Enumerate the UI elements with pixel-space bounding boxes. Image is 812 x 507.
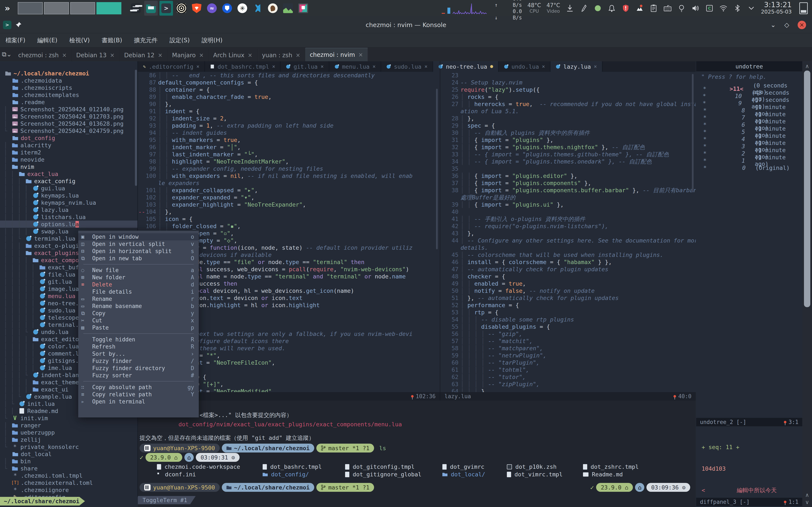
menu-item-fuzzy-finder[interactable]: Fuzzy finder/	[78, 357, 199, 364]
tree-item[interactable]: └ Screenshot_20250424_024759.png	[0, 127, 138, 134]
tree-item[interactable]: │ │ exact_lua	[0, 170, 138, 177]
buffer-tab[interactable]: undo.lua×	[499, 61, 551, 72]
listing-file[interactable]: dot_zshrc.tmpl	[583, 463, 639, 470]
toggleterm-label[interactable]: ToggleTerm #1	[138, 496, 196, 504]
gimp-icon[interactable]	[175, 1, 188, 16]
menu-item-copy-absolute-path[interactable]: ∷Copy absolute pathgy	[78, 384, 199, 391]
app-launcher-icon[interactable]: »	[0, 3, 15, 13]
tree-item[interactable]: │ │ │ │ keymaps.lua	[0, 192, 138, 199]
menubar-item-3[interactable]: 書籤(B)	[102, 36, 122, 44]
copyq-icon[interactable]: C	[705, 4, 714, 12]
menubar-item-1[interactable]: 編輯(E)	[37, 36, 57, 44]
listing-file[interactable]: dot_local/	[442, 471, 485, 477]
scrollbar-thumb[interactable]	[804, 70, 810, 307]
stylus-icon[interactable]	[579, 4, 588, 12]
tree-item[interactable]: ~/.local/share/chezmoi	[0, 70, 138, 77]
tree-item[interactable]: │ iterm2	[0, 149, 138, 156]
desktop-1[interactable]	[18, 2, 43, 14]
tree-item[interactable]: .readme	[0, 99, 138, 106]
panel-toggle-icon[interactable]	[799, 2, 808, 14]
listing-file[interactable]: dot_bashrc.tmpl	[263, 463, 322, 470]
tab-close-icon[interactable]: ×	[296, 52, 300, 58]
security-shield-icon[interactable]	[621, 4, 630, 12]
tree-item[interactable]: │ nvim	[0, 163, 138, 170]
menubar-item-6[interactable]: 說明(H)	[202, 36, 222, 44]
konsole-tab[interactable]: Debian 12×	[119, 49, 167, 61]
menu-item-sort-by-[interactable]: Sort by...›	[78, 350, 199, 357]
tree-item[interactable]: .chezmoiscripts	[0, 84, 138, 91]
menu-item-new-file[interactable]: ◌New filea	[78, 267, 199, 274]
tree-item[interactable]: dot_local	[0, 450, 138, 458]
tree-item[interactable]: │ alacritty	[0, 142, 138, 149]
menu-item-open-in-window[interactable]: ▣Open in windowo	[78, 233, 199, 240]
konsole-tab[interactable]: yuan : zsh×	[257, 49, 305, 61]
listing-file[interactable]: dot_vimrc.tmpl	[507, 471, 563, 477]
buffer-tab[interactable]: neo-tree.lua	[433, 61, 499, 72]
listing-file[interactable]: dot_p10k.zsh	[507, 463, 557, 470]
menu-item-refresh[interactable]: RefreshR	[78, 343, 199, 350]
desktop-4-active[interactable]	[96, 2, 121, 14]
desktop-3[interactable]	[70, 2, 95, 14]
zen-browser-icon[interactable]: ≈	[205, 1, 219, 16]
tree-item[interactable]: │ Screenshot_20250424_012703.png	[0, 113, 138, 120]
tree-item[interactable]: │ │ │ │ keymaps_nvim.lua	[0, 199, 138, 206]
menubar-item-0[interactable]: 檔案(F)	[5, 36, 26, 44]
tree-item[interactable]: dot_config	[0, 134, 138, 142]
tree-item[interactable]: │ neovide	[0, 156, 138, 163]
tab-close-icon[interactable]: ×	[110, 52, 115, 58]
scroll-up-icon[interactable]: ∧	[802, 63, 812, 69]
menu-item-new-folder[interactable]: ⊞New folderA	[78, 274, 199, 281]
menu-item-copy[interactable]: ⧉Copyy	[78, 310, 199, 317]
maximize-button[interactable]: ◇	[784, 21, 789, 29]
bitwarden-icon[interactable]	[220, 1, 234, 16]
menubar-item-5[interactable]: 設定(S)	[169, 36, 190, 44]
konsole-tab[interactable]: Debian 13×	[71, 49, 119, 61]
konsole-tab[interactable]: Manjaro×	[167, 49, 208, 61]
tree-item[interactable]: │ zellij	[0, 436, 138, 443]
vscode-icon[interactable]	[251, 1, 264, 16]
tab-close-icon[interactable]: ×	[158, 52, 163, 58]
konsole-tab[interactable]: chezmoi : nvim×	[305, 48, 368, 61]
listing-file[interactable]: dot_gitconfig.tmpl	[345, 463, 415, 470]
tree-item[interactable]: .chezmoidata	[0, 77, 138, 84]
tray-expander-icon[interactable]	[747, 4, 756, 12]
download-tray-icon[interactable]	[566, 4, 574, 12]
buffer-tab[interactable]: sudo.lua×	[381, 61, 433, 72]
tree-item[interactable]: │ Screenshot_20250424_012140.png	[0, 106, 138, 113]
notifications-bell-icon[interactable]	[608, 4, 616, 12]
editor-lazy-lua[interactable]: 2324-- Setup lazy.nvim25require("lazy").…	[440, 72, 696, 392]
konsole-icon[interactable]: >	[159, 1, 173, 16]
tree-item[interactable]: └ share	[0, 465, 138, 472]
menu-item-open-in-new-tab[interactable]: ⧉Open in new tabO	[78, 255, 199, 262]
undo-node[interactable]: *0(Original)	[696, 164, 802, 171]
tab-close-icon[interactable]: ×	[542, 64, 545, 69]
tab-close-icon[interactable]: ×	[372, 64, 375, 69]
tree-item[interactable]: │ │ │ │ lazy.lua	[0, 206, 138, 213]
tree-item[interactable]: │ bin	[0, 458, 138, 465]
color-profile-icon[interactable]	[594, 4, 602, 12]
listing-file[interactable]: dot_gitignore_global	[345, 471, 421, 477]
tree-item[interactable]: │ │ │ │ listchars.lua	[0, 213, 138, 221]
screenshot-tool-icon[interactable]	[297, 1, 310, 16]
menu-item-rename-basename[interactable]: ▭Rename basenameb	[78, 302, 199, 310]
editor-mid-scrollbar[interactable]	[436, 89, 438, 249]
clipboard-icon[interactable]	[649, 4, 658, 12]
file-manager-icon[interactable]	[144, 1, 158, 16]
tab-close-icon[interactable]: ×	[594, 64, 597, 69]
tree-item[interactable]: └ *private_konsolerc	[0, 443, 138, 450]
night-light-icon[interactable]	[677, 4, 686, 12]
neotree-scrollbar[interactable]	[135, 70, 137, 186]
tab-close-icon[interactable]: ×	[62, 52, 67, 58]
tab-close-icon[interactable]: ×	[358, 52, 363, 58]
tab-close-icon[interactable]: ×	[320, 64, 323, 69]
volume-icon[interactable]	[691, 4, 700, 12]
menu-item-copy-relative-path[interactable]: ≡Copy relative pathY	[78, 391, 199, 398]
tab-close-icon[interactable]: ×	[272, 64, 275, 69]
listing-file[interactable]: dot_config/	[263, 471, 309, 477]
toggleterm-pane[interactable]: <檔案>..." 以包含要提交的內容） dot_config/nvim/exac…	[138, 400, 696, 507]
scroll-up2-icon[interactable]: ∧	[802, 492, 812, 498]
menu-item-delete[interactable]: ⌧Deleted	[78, 281, 199, 288]
new-tab-icon[interactable]: ⧉⌄	[0, 47, 13, 61]
image-viewer-icon[interactable]	[281, 1, 295, 16]
scroll-down-icon[interactable]: ∨	[802, 499, 812, 505]
